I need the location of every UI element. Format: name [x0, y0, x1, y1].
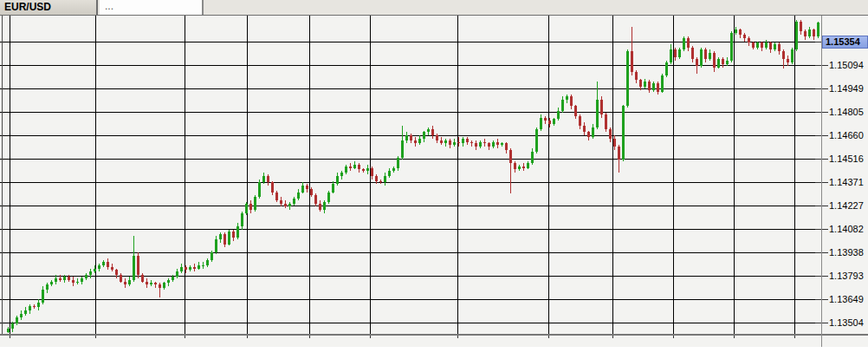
candlestick: [808, 29, 811, 36]
candlestick: [111, 267, 113, 271]
chart-plot-svg[interactable]: [0, 16, 868, 347]
candlestick: [332, 184, 334, 192]
candlestick: [583, 126, 586, 132]
candlestick: [778, 44, 781, 50]
candlestick: [314, 195, 317, 203]
candlestick: [544, 118, 547, 121]
candlestick: [159, 284, 161, 288]
candlestick: [146, 282, 148, 285]
candlestick: [579, 116, 581, 126]
candlestick: [722, 59, 724, 64]
candlestick: [275, 193, 278, 200]
candlestick: [236, 226, 239, 238]
candlestick: [319, 204, 321, 210]
candlestick: [401, 140, 404, 159]
candlestick: [531, 152, 534, 163]
candlestick: [271, 182, 274, 192]
candlestick: [241, 213, 243, 226]
candlestick: [262, 176, 265, 182]
candlestick: [120, 275, 122, 281]
candlestick: [639, 80, 642, 86]
candlestick: [496, 142, 499, 146]
candlestick: [553, 119, 555, 124]
tab-bar: EUR/USD ...: [0, 0, 868, 16]
candlestick: [561, 100, 564, 111]
candlestick: [423, 132, 425, 138]
candlestick: [280, 200, 282, 204]
price-axis-label: 1.15094: [829, 60, 864, 70]
candlestick: [670, 49, 672, 62]
candlestick: [735, 29, 737, 33]
candlestick: [150, 283, 152, 284]
candlestick: [678, 49, 681, 57]
price-axis-label: 1.14227: [829, 200, 864, 211]
candlestick: [709, 53, 711, 59]
candlestick: [20, 314, 23, 317]
candlestick: [700, 49, 703, 66]
price-axis-label: 1.14660: [829, 130, 864, 140]
candlestick: [431, 129, 434, 135]
candlestick: [514, 163, 516, 169]
candlestick: [11, 323, 14, 329]
candlestick: [600, 100, 603, 114]
candlestick: [683, 38, 685, 49]
tab-symbol-eurusd[interactable]: EUR/USD: [0, 0, 98, 15]
candlestick: [336, 176, 339, 184]
candlestick: [605, 114, 607, 129]
candlestick: [137, 256, 139, 275]
candlestick: [631, 51, 633, 72]
candlestick: [817, 23, 819, 36]
candlestick: [293, 199, 295, 204]
candlestick: [189, 267, 191, 271]
candlestick: [795, 22, 798, 49]
candlestick: [687, 38, 690, 48]
candlestick: [462, 139, 464, 144]
candlestick: [327, 193, 330, 202]
candlestick: [176, 271, 178, 277]
candlestick: [548, 121, 551, 124]
candlestick: [414, 140, 417, 144]
candlestick: [301, 186, 304, 192]
candlestick: [440, 140, 443, 144]
plot-left-border: [2, 16, 3, 334]
candlestick: [782, 51, 785, 59]
candlestick: [522, 166, 525, 168]
candlestick: [310, 189, 313, 195]
candlestick: [743, 35, 746, 38]
candlestick: [696, 59, 698, 65]
candlestick: [284, 204, 287, 207]
candlestick: [704, 49, 707, 59]
candlestick: [384, 176, 386, 182]
candlestick: [466, 139, 469, 142]
candlestick: [297, 193, 300, 199]
price-axis-label: 1.13504: [829, 317, 864, 328]
candlestick: [713, 53, 716, 68]
candlestick: [761, 42, 763, 48]
candlestick-chart[interactable]: 1.152381.150941.149491.148051.146601.145…: [0, 16, 868, 347]
candlestick: [258, 182, 261, 197]
candlestick: [375, 176, 378, 181]
candlestick: [16, 317, 18, 323]
candlestick: [115, 270, 118, 275]
price-axis-label: 1.13938: [829, 247, 864, 258]
candlestick: [505, 143, 508, 149]
candlestick: [674, 49, 677, 57]
candlestick: [24, 310, 27, 314]
candlestick: [141, 275, 144, 281]
candlestick: [613, 139, 616, 147]
candlestick: [470, 142, 473, 144]
candlestick: [154, 283, 157, 284]
candlestick: [379, 181, 382, 183]
candlestick: [587, 132, 590, 137]
tab-ellipsis[interactable]: ...: [100, 0, 204, 15]
candlestick: [644, 82, 646, 87]
candlestick: [180, 267, 183, 272]
trading-app-window: EUR/USD ... 1.152381.150941.149491.14805…: [0, 0, 868, 359]
candlestick: [167, 280, 170, 284]
candlestick: [202, 265, 204, 266]
candlestick: [232, 232, 235, 238]
candlestick: [306, 186, 308, 189]
candlestick: [102, 262, 105, 265]
candlestick: [288, 204, 291, 207]
candlestick: [55, 278, 57, 282]
